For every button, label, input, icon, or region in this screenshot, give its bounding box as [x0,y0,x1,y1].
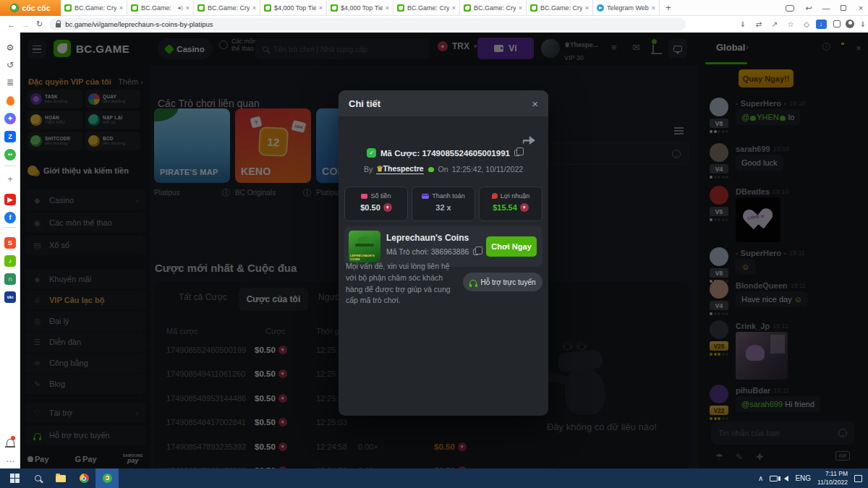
hot-news-icon[interactable] [4,94,17,107]
messenger-icon[interactable]: ✦ [4,112,17,125]
trx-token-icon: ▼ [383,203,392,212]
action-center-icon[interactable] [854,475,862,482]
payout-icon [422,194,429,199]
amount-icon [361,194,367,199]
education-icon[interactable]: ∩ [4,273,17,286]
coccoc-logo-icon [10,4,19,12]
copy-icon[interactable] [473,249,479,255]
facebook-icon[interactable]: f [4,211,17,224]
bet-user-link[interactable]: ♛Thespectre [376,164,423,174]
browser-tab-4[interactable]: $4,000 Top Tier P× [260,0,327,15]
window-close-button[interactable]: × [852,0,868,16]
back-icon[interactable]: ← [7,20,15,29]
help-text: Mọi vấn đề, xin vui lòng liên hệ với bộ … [346,261,456,307]
new-tab-button[interactable]: + [660,0,677,15]
forward-icon[interactable]: → [22,20,30,29]
tiki-icon[interactable]: tiki [4,291,17,304]
bcgame-favicon [464,4,471,12]
zing-icon[interactable]: ♪ [4,254,17,267]
more-options-icon[interactable]: ⋯ [4,455,17,468]
sidebar-divider [4,227,16,228]
taskbar-search-icon[interactable] [26,468,49,488]
network-icon[interactable] [770,476,778,481]
bcgame-favicon [64,4,72,12]
tab-close-icon[interactable]: × [119,4,123,12]
chrome-icon[interactable] [72,468,95,488]
extensions-puzzle-icon[interactable] [830,17,843,30]
volume-icon[interactable] [784,476,788,481]
tab-search-icon[interactable] [781,0,799,16]
file-explorer-icon[interactable] [49,468,72,488]
bet-id-row: ✓ Mã Cược: 1749085524605001991 [339,148,548,158]
profile-icon[interactable] [843,17,856,30]
tab-audio-icon[interactable]: ◄) [176,5,183,10]
language-indicator[interactable]: ENG [795,474,811,482]
browser-tab-7[interactable]: BC.Game: Crypto× [460,0,527,15]
browser-tab-1[interactable]: BC.Game: Crypto× [61,0,127,15]
shopee-icon[interactable]: S [4,236,17,249]
games-icon[interactable]: •• [4,148,17,161]
stat-amount: Số tiền $0.50▼ [344,187,408,221]
browser-tab-6[interactable]: BC.Game: Crypto× [393,0,460,15]
lock-icon [56,23,61,27]
youtube-icon[interactable]: ▶ [4,193,17,206]
game-name: Leprechaun's Coins [386,233,469,243]
modal-header: Chi tiết × [339,90,548,116]
bet-byline: By ♛Thespectre On 12:25:42, 10/11/2022 [339,164,548,174]
hidden-icons-chevron[interactable]: ∧ [758,474,763,482]
browser-tab-3[interactable]: BC.Game: Crypto× [194,0,260,15]
download-page-icon[interactable]: ⇓ [736,17,749,30]
telegram-favicon [597,4,604,12]
browser-sidebar: ⚙ ↺ ≣ ✦ Z •• + ▶ f S ♪ ∩ tiki ⋯ [0,33,20,468]
system-tray: ∧ ENG 7:11 PM11/10/2022 [758,468,868,488]
window-maximize-button[interactable] [835,0,852,16]
tab-close-icon[interactable]: × [519,4,522,12]
tab-close-icon[interactable]: × [452,4,456,12]
browser-tab-5[interactable]: $4,000 Top Tier P× [327,0,393,15]
reading-list-icon[interactable]: ≣ [4,76,17,89]
tab-close-icon[interactable]: × [252,4,256,12]
tab-close-icon[interactable]: × [585,4,589,12]
settings-gear-icon[interactable]: ⚙ [4,41,17,54]
coccoc-menu-button[interactable]: cốc cốc [0,0,61,16]
share-icon[interactable] [523,135,535,145]
downloader-icon[interactable]: ↓ [814,17,827,30]
start-button[interactable] [3,468,26,488]
tab-close-icon[interactable]: × [652,4,655,12]
copy-icon[interactable] [514,150,520,156]
adblock-shield-icon[interactable]: ◇ [800,17,813,30]
live-support-button[interactable]: Hỗ trợ trực tuyến [463,273,542,291]
coccoc-taskbar-icon[interactable] [95,468,119,488]
stat-payout: Thanh toán 32 x [412,187,475,221]
add-app-icon[interactable]: + [4,173,17,186]
share-page-icon[interactable]: ↗ [768,17,781,30]
headphones-icon [469,280,477,285]
bet-details-modal: Chi tiết × ✓ Mã Cược: 174908552460500199… [339,90,548,416]
zalo-icon[interactable]: Z [4,130,17,143]
notifications-bell-icon[interactable] [4,436,17,449]
browser-tab-8[interactable]: BC.Game: Crypto× [527,0,593,15]
screen: cốc cốc BC.Game: Crypto× BC.Game: Cry◄)×… [0,0,868,488]
clock[interactable]: 7:11 PM11/10/2022 [817,470,848,486]
history-icon[interactable]: ↺ [4,59,17,72]
reload-icon[interactable]: ↻ [36,20,43,29]
tab-close-icon[interactable]: × [186,4,190,12]
browser-tab-2[interactable]: BC.Game: Cry◄)× [127,0,194,15]
tab-close-icon[interactable]: × [386,4,389,12]
translate-icon[interactable]: ⇄ [752,17,765,30]
game-thumbnail[interactable]: LEPRECHAUN'S COINS [349,231,380,262]
url-text[interactable]: bc.game/vi/game/leprechaun-s-coins-by-pl… [65,20,213,28]
browser-tab-telegram[interactable]: Telegram Web× [593,0,660,15]
profit-icon [492,193,498,199]
bcgame-favicon [264,4,271,12]
modal-close-icon[interactable]: × [532,98,538,110]
modal-title: Chi tiết [349,98,380,109]
url-box[interactable]: bc.game/vi/game/leprechaun-s-coins-by-pl… [49,18,686,30]
bcgame-favicon [397,4,404,12]
downloads-tray-icon[interactable]: ⇓ [856,17,868,30]
tab-close-icon[interactable]: × [319,4,323,12]
bookmark-star-icon[interactable]: ☆ [784,17,797,30]
recent-tabs-icon[interactable]: ↩ [800,0,817,16]
window-minimize-button[interactable]: — [817,0,835,16]
play-now-button[interactable]: Chơi Ngay [486,236,537,257]
